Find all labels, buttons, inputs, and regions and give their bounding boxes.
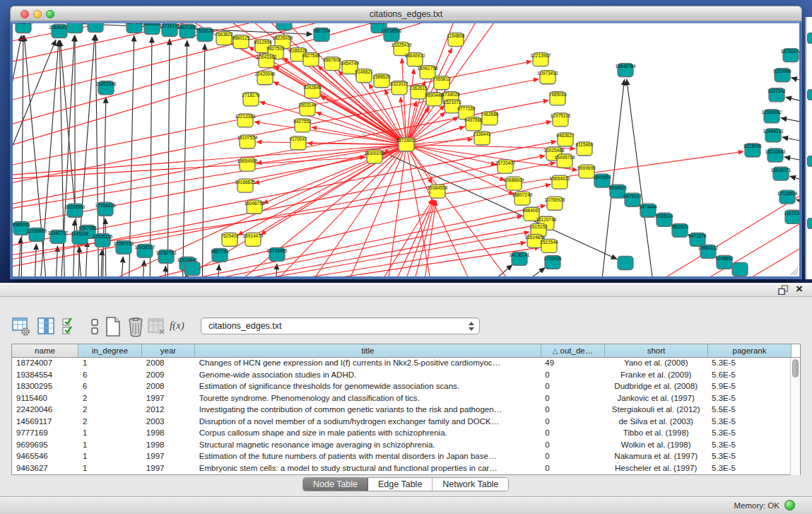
table-cell[interactable]: Stergiakouli et al. (2012) (604, 404, 707, 416)
column-header-in_degree[interactable]: in_degree (78, 344, 142, 357)
vertical-scrollbar[interactable] (790, 358, 800, 475)
table-cell[interactable]: 6 (78, 370, 142, 382)
table-cell[interactable]: 5.3E-5 (707, 451, 791, 463)
table-cell[interactable]: 18300295 (12, 381, 78, 393)
table-cell[interactable]: 2 (78, 393, 142, 405)
graph-edge[interactable] (13, 144, 406, 211)
table-cell[interactable]: Jankovic et al. (1997) (604, 393, 707, 405)
table-cell[interactable]: 2008 (142, 381, 195, 393)
column-header-name[interactable]: name (12, 344, 78, 357)
table-cell[interactable]: 0 (541, 393, 604, 405)
table-cell[interactable]: 5.5E-5 (707, 404, 791, 416)
table-cell[interactable]: Franke et al. (2009) (604, 370, 707, 382)
graph-edge[interactable] (150, 37, 152, 276)
function-builder-icon[interactable]: f(x) (170, 320, 184, 332)
citation-network-graph[interactable]: 2405572420691406106552871527602846616010… (13, 23, 799, 276)
row-height-icon[interactable] (86, 316, 105, 337)
table-cell[interactable]: Dudbridge et al. (2008) (604, 381, 707, 393)
table-cell[interactable]: 5.9E-5 (707, 381, 791, 393)
graph-edge[interactable] (786, 97, 799, 105)
table-cell[interactable]: 1 (78, 463, 142, 475)
graph-edge[interactable] (34, 244, 36, 276)
graph-edge[interactable] (792, 78, 799, 86)
graph-edge[interactable] (129, 35, 134, 276)
table-cell[interactable]: 6 (78, 381, 142, 393)
graph-edge[interactable] (167, 39, 170, 276)
graph-node[interactable] (276, 23, 292, 30)
table-cell[interactable]: 9777169 (12, 428, 78, 440)
graph-node[interactable] (67, 23, 83, 33)
tab-node-table[interactable]: Node Table (303, 478, 368, 491)
table-row[interactable]: 1872400712008Changes of HCN gene express… (12, 358, 791, 370)
tab-network-table[interactable]: Network Table (433, 478, 508, 491)
table-row[interactable]: 946554611997Estimation of the future num… (12, 451, 791, 463)
graph-edge[interactable] (316, 112, 406, 145)
new-table-icon[interactable] (103, 316, 123, 337)
table-cell[interactable]: Estimation of the future numbers of pati… (195, 451, 541, 463)
table-row[interactable]: 969969511998Structural magnetic resonanc… (12, 440, 791, 452)
table-cell[interactable]: 1998 (142, 440, 195, 452)
graph-node[interactable] (732, 262, 748, 276)
graph-edge[interactable] (622, 184, 799, 276)
table-cell[interactable]: Changes of HCN gene expression and I(f) … (195, 358, 541, 370)
graph-edge[interactable] (13, 122, 551, 230)
graph-edge[interactable] (21, 35, 23, 276)
table-cell[interactable]: Tibbo et al. (1998) (604, 428, 707, 440)
graph-node[interactable] (88, 23, 103, 33)
table-cell[interactable]: 0 (541, 451, 604, 463)
graph-edge[interactable] (385, 199, 434, 276)
table-cell[interactable]: 0 (541, 381, 604, 393)
graph-edge[interactable] (781, 118, 799, 126)
delete-table-icon[interactable] (126, 316, 146, 337)
graph-edge[interactable] (276, 264, 277, 276)
table-cell[interactable]: 22420046 (12, 404, 78, 416)
graph-edge[interactable] (216, 264, 219, 276)
graph-edge[interactable] (73, 220, 75, 276)
network-view-window[interactable]: citations_edges.txt 24055724206914061065… (10, 6, 802, 279)
table-cell[interactable]: 2 (78, 404, 142, 416)
graph-edge[interactable] (402, 58, 406, 144)
table-cell[interactable]: 0 (541, 416, 604, 428)
select-columns-icon[interactable] (61, 316, 81, 337)
graph-edge[interactable] (782, 137, 799, 145)
table-cell[interactable]: 1 (78, 440, 142, 452)
table-cell[interactable]: 9463627 (12, 463, 78, 475)
table-cell[interactable]: 2009 (142, 370, 195, 382)
table-cell[interactable]: 1 (78, 428, 142, 440)
table-cell[interactable]: Hescheler et al. (1997) (604, 463, 707, 475)
table-cell[interactable]: 1 (78, 451, 142, 463)
table-cell[interactable]: 5.3E-5 (707, 428, 791, 440)
graph-edge[interactable] (100, 250, 102, 276)
table-cell[interactable]: Genome-wide association studies in ADHD. (195, 370, 541, 382)
table-cell[interactable]: 2012 (142, 404, 195, 416)
table-cell[interactable]: Tourette syndrome. Phenomenology and cla… (195, 393, 541, 405)
graph-edge[interactable] (466, 264, 512, 276)
graph-edge[interactable] (406, 144, 481, 276)
table-cell[interactable]: 5.3E-5 (707, 440, 791, 452)
table-cell[interactable]: 1997 (142, 463, 195, 475)
table-row[interactable]: 977716911998Corpus callosum shape and si… (12, 428, 791, 440)
show-column-icon[interactable] (37, 316, 57, 337)
table-cell[interactable]: 14569117 (12, 416, 78, 428)
table-cell[interactable]: 9115460 (12, 393, 78, 405)
column-header-pagerank[interactable]: pagerank (708, 344, 792, 357)
close-panel-icon[interactable]: × (793, 282, 806, 296)
column-header-out_de[interactable]: △out_de… (541, 344, 605, 357)
table-cell[interactable]: 19384554 (12, 370, 78, 382)
table-cell[interactable]: Embryonic stem cells: a model to study s… (195, 463, 541, 475)
table-cell[interactable]: 5.3E-5 (707, 393, 791, 405)
graph-edge[interactable] (141, 23, 406, 144)
window-resize-grip[interactable] (789, 267, 798, 275)
table-cell[interactable]: 0 (541, 440, 604, 452)
table-cell[interactable]: 5.3E-5 (707, 416, 791, 428)
table-row[interactable]: 946362711997Embryonic stem cells: a mode… (12, 463, 791, 475)
table-cell[interactable]: 0 (541, 463, 604, 475)
graph-edge[interactable] (320, 96, 406, 145)
table-cell[interactable]: Nakamura et al. (1997) (604, 451, 707, 463)
graph-node[interactable] (618, 256, 633, 269)
graph-edge[interactable] (42, 185, 551, 276)
graph-edge[interactable] (71, 205, 546, 276)
table-cell[interactable]: Yano et al. (2008) (604, 358, 707, 370)
table-cell[interactable]: 1998 (142, 428, 195, 440)
table-row[interactable]: 911546021997Tourette syndrome. Phenomeno… (12, 393, 791, 405)
